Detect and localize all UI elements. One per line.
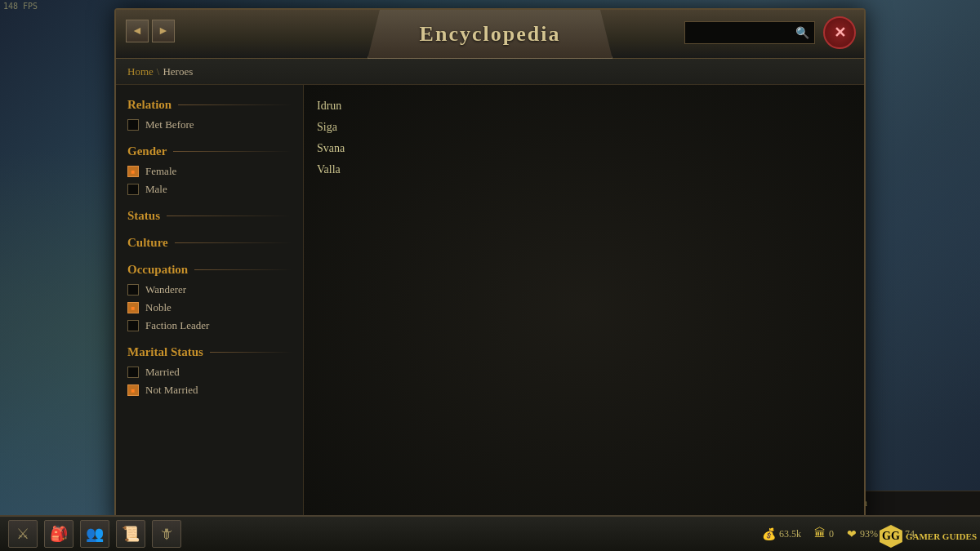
label-female: Female (145, 165, 176, 178)
relation-header: Relation (127, 98, 292, 112)
occupation-label: Occupation (127, 263, 188, 277)
search-bar: 🔍 (684, 21, 815, 44)
marital-status-header: Marital Status (127, 345, 292, 359)
result-siga[interactable]: Siga (317, 119, 851, 136)
label-noble: Noble (145, 301, 172, 314)
checkbox-met-before[interactable] (127, 119, 139, 131)
logo-icon: GG (880, 525, 902, 548)
close-button[interactable]: ✕ (823, 16, 856, 49)
marital-status-line (210, 352, 292, 353)
gender-label: Gender (127, 144, 167, 158)
gamer-guides-logo: GG GAMER GUIDES (880, 525, 977, 548)
stat-gold: 💰 63.5k (762, 527, 801, 541)
action-btn-5[interactable]: 🗡 (152, 520, 181, 548)
occupation-line (194, 269, 292, 270)
filter-married[interactable]: Married (127, 366, 292, 379)
bottom-action-bar: ⚔ 🎒 👥 📜 🗡 💰 63.5k 🏛 0 ❤ 93% ⚔ 74 (0, 515, 980, 551)
checkbox-faction-leader[interactable] (127, 320, 139, 331)
status-label: Status (127, 209, 160, 223)
action-btn-3[interactable]: 👥 (80, 520, 109, 548)
result-idrun[interactable]: Idrun (317, 98, 851, 114)
health-value: 93% (860, 528, 878, 540)
label-married: Married (145, 366, 180, 379)
label-wanderer: Wanderer (145, 283, 186, 296)
checkbox-male[interactable] (127, 184, 139, 195)
window-title: Encyclopedia (420, 22, 561, 47)
breadcrumb-separator: \ (157, 65, 160, 78)
breadcrumb-current: Heroes (163, 65, 193, 78)
title-bar: ◄ ► Encyclopedia 🔍 ✕ (116, 10, 864, 59)
checkbox-female[interactable] (127, 166, 139, 177)
result-valla[interactable]: Valla (317, 162, 851, 178)
label-faction-leader: Faction Leader (145, 319, 209, 332)
status-header: Status (127, 209, 292, 223)
logo-text: GAMER GUIDES (906, 531, 977, 541)
checkbox-married[interactable] (127, 367, 139, 378)
gender-header: Gender (127, 144, 292, 158)
stat-health: ❤ 93% (847, 527, 878, 541)
marital-status-label: Marital Status (127, 345, 203, 359)
filter-not-married[interactable]: Not Married (127, 384, 292, 397)
action-btn-1[interactable]: ⚔ (8, 520, 38, 548)
result-svana[interactable]: Svana (317, 140, 851, 157)
filter-wanderer[interactable]: Wanderer (127, 283, 292, 296)
fps-counter: 148 FPS (3, 2, 38, 11)
gold-value: 63.5k (779, 528, 801, 540)
label-male: Male (145, 183, 167, 196)
results-panel: Idrun Siga Svana Valla (304, 85, 864, 529)
filter-faction-leader[interactable]: Faction Leader (127, 319, 292, 332)
filter-gender: Gender Female Male (127, 144, 292, 196)
filter-male[interactable]: Male (127, 183, 292, 196)
influence-value: 0 (829, 528, 834, 540)
status-line (167, 216, 292, 216)
filter-relation: Relation Met Before (127, 98, 292, 131)
filter-status: Status (127, 209, 292, 223)
checkbox-not-married[interactable] (127, 384, 139, 396)
culture-header: Culture (127, 236, 292, 250)
forward-button[interactable]: ► (152, 20, 175, 42)
checkbox-wanderer[interactable] (127, 284, 139, 295)
culture-line (175, 242, 292, 243)
back-button[interactable]: ◄ (126, 20, 149, 42)
breadcrumb: Home \ Heroes (116, 59, 864, 85)
filter-panel: Relation Met Before Gender Female (116, 85, 304, 529)
health-icon: ❤ (847, 527, 857, 541)
action-btn-4[interactable]: 📜 (116, 520, 145, 548)
stat-influence: 🏛 0 (814, 527, 834, 540)
encyclopedia-window: ◄ ► Encyclopedia 🔍 ✕ Home \ Heroes Relat… (114, 8, 866, 531)
culture-label: Culture (127, 236, 168, 250)
relation-line (178, 104, 292, 105)
label-not-married: Not Married (145, 384, 198, 397)
checkbox-noble[interactable] (127, 302, 139, 313)
nav-buttons: ◄ ► (126, 20, 175, 42)
filter-noble[interactable]: Noble (127, 301, 292, 314)
filter-marital-status: Marital Status Married Not Married (127, 345, 292, 397)
label-met-before: Met Before (145, 118, 194, 131)
action-btn-2[interactable]: 🎒 (44, 520, 74, 548)
content-area: Relation Met Before Gender Female (116, 85, 864, 529)
filter-culture: Culture (127, 236, 292, 250)
gold-icon: 💰 (762, 527, 776, 541)
search-input[interactable] (690, 27, 795, 38)
occupation-header: Occupation (127, 263, 292, 277)
influence-icon: 🏛 (814, 527, 826, 540)
gender-line (173, 151, 292, 152)
breadcrumb-home[interactable]: Home (127, 65, 154, 78)
relation-label: Relation (127, 98, 172, 112)
search-icon: 🔍 (795, 26, 809, 40)
filter-female[interactable]: Female (127, 165, 292, 178)
filter-occupation: Occupation Wanderer Noble Faction Leader (127, 263, 292, 332)
filter-met-before[interactable]: Met Before (127, 118, 292, 131)
